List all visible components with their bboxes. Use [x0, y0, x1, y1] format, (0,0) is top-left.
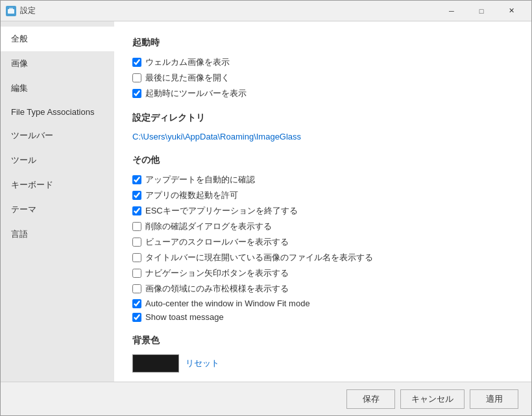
sidebar-item-keyboard[interactable]: キーボード: [1, 173, 114, 197]
checkbox-show_toolbar[interactable]: [132, 89, 141, 98]
window-title: 設定: [20, 5, 437, 16]
bg-color-section: 背景色 リセット: [132, 335, 513, 373]
sidebar-item-theme[interactable]: テーマ: [1, 197, 114, 222]
sidebar-item-general[interactable]: 全般: [1, 27, 114, 51]
checkbox-row-checkerboard: 画像の領域にのみ市松模様を表示する: [132, 283, 513, 295]
sidebar-item-edit[interactable]: 編集: [1, 76, 114, 101]
checkbox-label-show_nav: ナビゲーション矢印ボタンを表示する: [145, 267, 289, 279]
checkbox-esc_exit[interactable]: [132, 206, 141, 215]
sidebar-item-language[interactable]: 言語: [1, 222, 114, 247]
footer: 保存 キャンセル 適用: [1, 382, 531, 415]
startup-section: 起動時 ウェルカム画像を表示最後に見た画像を開く起動時にツールバーを表示: [132, 37, 513, 99]
bg-color-row: リセット: [132, 354, 513, 373]
checkbox-row-show_nav: ナビゲーション矢印ボタンを表示する: [132, 267, 513, 279]
config-dir-title: 設定ディレクトリ: [132, 112, 513, 124]
checkbox-open_last[interactable]: [132, 73, 141, 82]
checkbox-row-show_toolbar: 起動時にツールバーを表示: [132, 88, 513, 99]
close-button[interactable]: ✕: [496, 1, 526, 21]
checkbox-row-show_scrollbar: ビューアのスクロールバーを表示する: [132, 236, 513, 248]
checkbox-label-auto_update: アップデートを自動的に確認: [145, 174, 255, 186]
sidebar-item-toolbar[interactable]: ツールバー: [1, 123, 114, 148]
app-icon: [6, 6, 16, 16]
checkbox-label-show_welcome: ウェルカム画像を表示: [145, 56, 230, 68]
apply-button[interactable]: 適用: [470, 389, 518, 409]
checkbox-row-auto_center: Auto-center the window in Window Fit mod…: [132, 299, 513, 308]
checkbox-label-show_toolbar: 起動時にツールバーを表示: [145, 88, 247, 99]
checkbox-row-auto_update: アップデートを自動的に確認: [132, 174, 513, 186]
checkbox-label-esc_exit: ESCキーでアプリケーションを終了する: [145, 205, 298, 217]
other-section-title: その他: [132, 154, 513, 166]
svg-rect-2: [9, 8, 13, 10]
checkbox-row-multi_instance: アプリの複数起動を許可: [132, 190, 513, 201]
checkbox-label-open_last: 最後に見た画像を開く: [145, 72, 230, 84]
checkbox-label-show_scrollbar: ビューアのスクロールバーを表示する: [145, 236, 289, 248]
checkbox-label-auto_center: Auto-center the window in Window Fit mod…: [145, 299, 310, 308]
sidebar-item-tools[interactable]: ツール: [1, 148, 114, 173]
checkbox-auto_update[interactable]: [132, 175, 141, 184]
other-items: アップデートを自動的に確認アプリの複数起動を許可ESCキーでアプリケーションを終…: [132, 174, 513, 322]
startup-items: ウェルカム画像を表示最後に見た画像を開く起動時にツールバーを表示: [132, 56, 513, 99]
bg-color-title: 背景色: [132, 335, 513, 347]
content-area: 全般画像編集File Type Associationsツールバーツールキーボー…: [1, 21, 531, 382]
checkbox-row-delete_confirm: 削除の確認ダイアログを表示する: [132, 221, 513, 232]
checkbox-toast[interactable]: [132, 313, 141, 322]
checkbox-label-delete_confirm: 削除の確認ダイアログを表示する: [145, 221, 272, 232]
checkbox-row-show_filename: タイトルバーに現在開いている画像のファイル名を表示する: [132, 252, 513, 263]
checkbox-auto_center[interactable]: [132, 299, 141, 308]
checkbox-delete_confirm[interactable]: [132, 222, 141, 231]
checkbox-row-show_welcome: ウェルカム画像を表示: [132, 56, 513, 68]
checkbox-show_nav[interactable]: [132, 269, 141, 278]
minimize-button[interactable]: ─: [437, 1, 466, 21]
checkbox-row-esc_exit: ESCキーでアプリケーションを終了する: [132, 205, 513, 217]
reset-link[interactable]: リセット: [186, 358, 219, 369]
checkbox-show_scrollbar[interactable]: [132, 238, 141, 247]
bg-color-picker[interactable]: [132, 354, 179, 373]
checkbox-row-toast: Show toast message: [132, 312, 513, 322]
config-dir-section: 設定ディレクトリ C:\Users\yuki\AppData\Roaming\I…: [132, 112, 513, 141]
startup-section-title: 起動時: [132, 37, 513, 49]
window-controls: ─ □ ✕: [437, 1, 526, 21]
checkbox-label-multi_instance: アプリの複数起動を許可: [145, 190, 238, 201]
cancel-button[interactable]: キャンセル: [400, 389, 465, 409]
checkbox-label-show_filename: タイトルバーに現在開いている画像のファイル名を表示する: [145, 252, 373, 263]
checkbox-label-toast: Show toast message: [145, 312, 224, 322]
checkbox-show_filename[interactable]: [132, 253, 141, 262]
checkbox-show_welcome[interactable]: [132, 58, 141, 67]
maximize-button[interactable]: □: [466, 1, 496, 21]
sidebar-item-filetypes[interactable]: File Type Associations: [1, 101, 114, 123]
other-section: その他 アップデートを自動的に確認アプリの複数起動を許可ESCキーでアプリケーシ…: [132, 154, 513, 322]
sidebar: 全般画像編集File Type Associationsツールバーツールキーボー…: [1, 21, 114, 382]
checkbox-row-open_last: 最後に見た画像を開く: [132, 72, 513, 84]
checkbox-label-checkerboard: 画像の領域にのみ市松模様を表示する: [145, 283, 289, 295]
config-dir-link[interactable]: C:\Users\yuki\AppData\Roaming\ImageGlass: [132, 132, 301, 141]
checkbox-checkerboard[interactable]: [132, 284, 141, 293]
checkbox-multi_instance[interactable]: [132, 191, 141, 200]
titlebar: 設定 ─ □ ✕: [1, 1, 531, 21]
main-panel: 起動時 ウェルカム画像を表示最後に見た画像を開く起動時にツールバーを表示 設定デ…: [114, 21, 531, 382]
sidebar-item-image[interactable]: 画像: [1, 51, 114, 76]
save-button[interactable]: 保存: [346, 389, 395, 409]
window: 設定 ─ □ ✕ 全般画像編集File Type Associationsツール…: [0, 0, 532, 416]
